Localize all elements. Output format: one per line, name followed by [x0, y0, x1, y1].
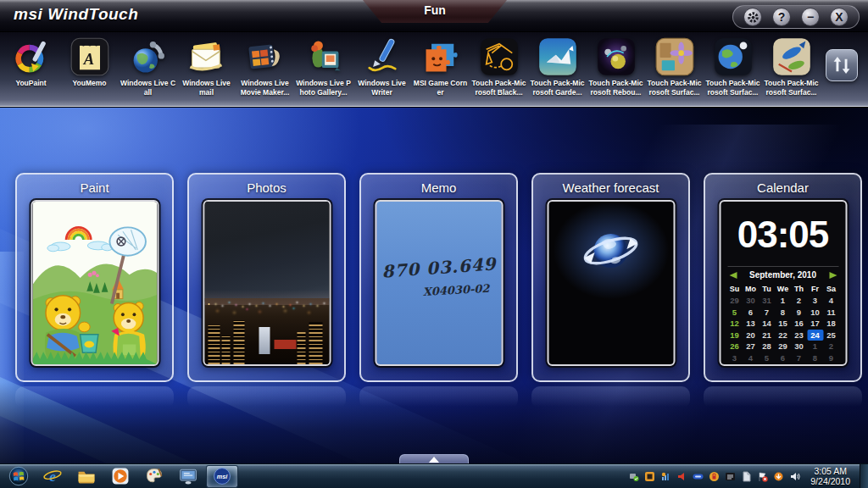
security-alert-icon[interactable]: [709, 470, 721, 482]
calendar-day[interactable]: 29: [726, 295, 743, 307]
calendar-day[interactable]: 3: [807, 295, 823, 307]
calendar-day[interactable]: 6: [775, 352, 791, 364]
calendar-day[interactable]: 20: [743, 330, 759, 341]
orange-utility-icon[interactable]: [644, 470, 656, 482]
calendar-day[interactable]: 3: [726, 352, 743, 364]
calendar-day[interactable]: 5: [726, 307, 743, 319]
settings-button[interactable]: [743, 8, 762, 26]
windows-update-icon[interactable]: [773, 470, 785, 482]
minimize-button[interactable]: −: [801, 8, 820, 26]
close-button[interactable]: X: [830, 8, 849, 26]
dock-app-tp-rebound[interactable]: Touch Pack-Microsoft Rebou...: [587, 32, 645, 97]
calendar-day[interactable]: 28: [759, 341, 775, 352]
calendar-day[interactable]: 10: [807, 307, 823, 319]
show-desktop-button[interactable]: [860, 464, 868, 488]
calendar-day[interactable]: 15: [775, 318, 791, 330]
calendar-day[interactable]: 25: [823, 330, 839, 341]
card-paint[interactable]: Paint: [15, 173, 174, 382]
safely-remove-hardware-icon[interactable]: [628, 470, 640, 482]
weather-preview[interactable]: [547, 200, 675, 366]
dock-app-tp-surface-globe[interactable]: Touch Pack-Microsoft Surfac...: [704, 32, 762, 97]
msi-utility-icon[interactable]: [693, 470, 704, 482]
audio-alert-icon[interactable]: [676, 470, 688, 482]
calendar-day[interactable]: 30: [743, 295, 759, 307]
calendar-day[interactable]: 8: [807, 352, 823, 364]
calendar-day[interactable]: 14: [759, 318, 775, 330]
dock-app-tp-blackboard[interactable]: Touch Pack-Microsoft Black...: [470, 32, 528, 97]
photos-preview[interactable]: [203, 200, 331, 366]
calendar-day[interactable]: 12: [726, 318, 743, 330]
calendar-day[interactable]: 8: [775, 307, 791, 319]
dock-app-label: YouPaint: [2, 79, 60, 88]
taskbar-windows-explorer-button[interactable]: [70, 465, 103, 488]
dock-app-tp-garden[interactable]: Touch Pack-Microsoft Garde...: [528, 32, 587, 97]
card-calendar[interactable]: Calendar 03:05 September, 2010 SuMoTuWeT…: [704, 173, 862, 382]
taskbar-internet-explorer-button[interactable]: e: [36, 465, 69, 488]
dock-app-live-writer[interactable]: Windows LiveWriter: [353, 32, 411, 97]
taskbar-display-settings-button[interactable]: [172, 465, 204, 488]
dock-app-youpaint[interactable]: YouPaint: [2, 32, 60, 97]
document-app-icon[interactable]: [741, 470, 753, 482]
calendar-day[interactable]: 4: [743, 352, 759, 364]
calendar-day[interactable]: 29: [775, 341, 791, 352]
building: [221, 336, 230, 364]
calendar-day[interactable]: 17: [807, 318, 823, 330]
taskbar-start-button[interactable]: [3, 465, 35, 488]
taskbar-clock[interactable]: 3:05 AM 9/24/2010: [803, 466, 858, 486]
calendar-day[interactable]: 9: [823, 352, 839, 364]
dock-app-youmemo[interactable]: AYouMemo: [60, 32, 119, 97]
calendar-prev-icon[interactable]: [729, 272, 737, 279]
sync-button[interactable]: [826, 49, 858, 81]
calendar-widget[interactable]: 03:05 September, 2010 SuMoTuWeThFrSa2930…: [719, 200, 847, 366]
calendar-day[interactable]: 16: [791, 318, 807, 330]
card-memo[interactable]: Memo 870 03.649 X04030-02: [359, 173, 518, 382]
calendar-day[interactable]: 1: [807, 341, 823, 352]
calendar-day[interactable]: 13: [743, 318, 759, 330]
help-button[interactable]: ?: [772, 8, 791, 26]
dock-app-tp-surface-pond[interactable]: Touch Pack-Microsoft Surfac...: [762, 32, 821, 97]
calendar-day[interactable]: 1: [775, 295, 791, 307]
dock-app-label: Touch Pack-Microsoft Surfac...: [762, 79, 821, 97]
calendar-day[interactable]: 27: [743, 341, 759, 352]
memo-preview[interactable]: 870 03.649 X04030-02: [375, 200, 503, 366]
calendar-day[interactable]: 7: [759, 307, 775, 319]
dock-app-movie-maker[interactable]: Windows LiveMovie Maker...: [236, 32, 294, 97]
dock-app-live-mail[interactable]: Windows Livemail: [177, 32, 236, 97]
volume-icon[interactable]: [789, 470, 801, 482]
calendar-day[interactable]: 31: [759, 295, 775, 307]
calendar-day[interactable]: 4: [823, 295, 839, 307]
calendar-day[interactable]: 2: [791, 295, 807, 307]
expand-handle[interactable]: [399, 454, 469, 463]
calendar-day[interactable]: 22: [775, 330, 791, 341]
dock-app-label: Windows LiveWriter: [353, 79, 411, 97]
console-app-icon[interactable]: [725, 470, 737, 482]
paint-preview[interactable]: [31, 200, 159, 366]
calendar-day[interactable]: 11: [823, 307, 839, 319]
taskbar-media-player-button[interactable]: [104, 465, 136, 488]
calendar-day[interactable]: 7: [791, 352, 807, 364]
calendar-day[interactable]: 19: [726, 330, 743, 341]
card-weather[interactable]: Weather forecast: [531, 173, 690, 382]
calendar-day[interactable]: 21: [759, 330, 775, 341]
action-center-icon[interactable]: [757, 470, 769, 482]
calendar-day[interactable]: 30: [791, 341, 807, 352]
taskbar-msi-windtouch-button[interactable]: msi: [206, 465, 238, 488]
calendar-day[interactable]: 5: [759, 352, 775, 364]
calendar-next-icon[interactable]: [829, 272, 837, 279]
dock-app-photo-gallery[interactable]: Windows Live Photo Gallery...: [294, 32, 353, 97]
calendar-day[interactable]: 2: [823, 341, 839, 352]
dock-app-game-corner[interactable]: MSI Game Corner: [411, 32, 470, 97]
tp-blackboard-icon: [479, 36, 520, 77]
tab-fun[interactable]: Fun: [363, 0, 507, 23]
calendar-day[interactable]: 26: [726, 341, 743, 352]
network-status-icon[interactable]: [660, 470, 672, 482]
calendar-day[interactable]: 6: [743, 307, 759, 319]
dock-app-tp-surface-lagoon[interactable]: Touch Pack-Microsoft Surfac...: [645, 32, 704, 97]
dock-app-live-call[interactable]: Windows Live Call: [119, 32, 177, 97]
card-photos[interactable]: Photos: [187, 173, 346, 382]
calendar-day[interactable]: 23: [791, 330, 807, 341]
calendar-day[interactable]: 9: [791, 307, 807, 319]
calendar-day[interactable]: 18: [823, 318, 839, 330]
calendar-day-selected[interactable]: 24: [807, 330, 823, 341]
taskbar-paint-app-button[interactable]: [138, 465, 170, 488]
